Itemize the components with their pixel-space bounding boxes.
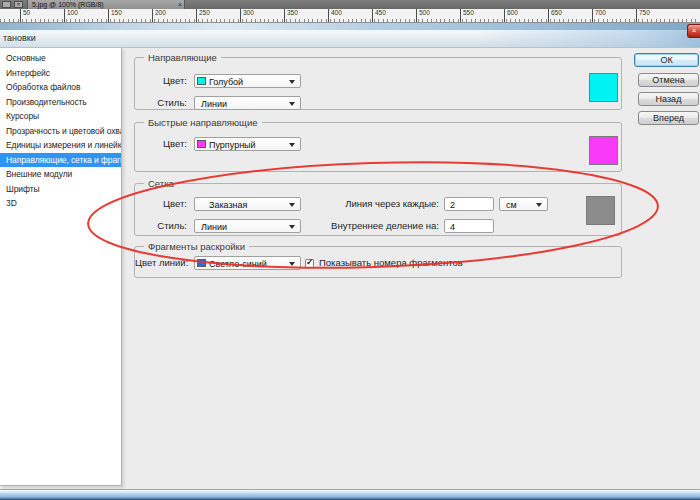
chevron-down-icon <box>289 143 295 147</box>
chevron-down-icon <box>289 80 295 84</box>
window-close-icon[interactable]: × <box>14 1 23 8</box>
smart-guides-color-well[interactable] <box>589 136 618 165</box>
ruler-label: 50 <box>20 9 30 22</box>
smart-guide-color-swatch-icon <box>197 140 206 148</box>
preferences-sidebar: ОсновныеИнтерфейсОбработка файловПроизво… <box>0 48 122 486</box>
sidebar-item[interactable]: Интерфейс <box>0 66 121 81</box>
ruler-label: 750 <box>636 9 650 22</box>
smart-guides-color-value: Пурпурный <box>209 139 256 151</box>
ruler-label: 150 <box>108 9 122 22</box>
guides-groupbox: Направляющие Цвет: Голубой Стиль: Линии <box>134 57 622 110</box>
forward-button[interactable]: Вперед <box>638 111 699 125</box>
ruler-label: 400 <box>328 9 342 22</box>
sidebar-item[interactable]: Производительность <box>0 95 121 110</box>
ruler-label: 700 <box>592 9 606 22</box>
ruler-label: 450 <box>372 9 386 22</box>
ok-button[interactable]: ОК <box>634 53 699 67</box>
grid-color-label: Цвет: <box>135 197 187 211</box>
guides-color-value: Голубой <box>209 76 243 88</box>
grid-style-value: Линии <box>201 221 227 233</box>
guides-style-dropdown[interactable]: Линии <box>194 96 301 110</box>
grid-style-label: Стиль: <box>135 219 187 233</box>
document-tab-title: 5.jpg @ 100% (RGB/8) <box>32 1 104 8</box>
document-tab[interactable]: 5.jpg @ 100% (RGB/8) × <box>27 0 185 9</box>
tab-close-icon[interactable]: × <box>178 0 182 9</box>
sidebar-item[interactable]: Курсоры <box>0 109 121 124</box>
horizontal-ruler: 5010015020025030035040045050055060065070… <box>0 9 700 23</box>
grid-color-value: Заказная <box>209 199 247 211</box>
close-button[interactable]: × <box>687 24 700 38</box>
sidebar-item[interactable]: 3D <box>0 196 121 211</box>
grid-unit-dropdown[interactable]: см <box>499 197 548 211</box>
ruler-label: 100 <box>64 9 78 22</box>
ruler-label: 250 <box>196 9 210 22</box>
grid-groupbox: Сетка Цвет: Заказная Линия через каждые:… <box>134 183 622 236</box>
grid-legend: Сетка <box>144 178 178 189</box>
screenshot-root: × 5.jpg @ 100% (RGB/8) × 501001502002503… <box>0 0 700 500</box>
guides-color-well[interactable] <box>589 73 618 102</box>
show-slice-numbers-label: Показывать номера фрагментов <box>319 257 463 268</box>
back-button[interactable]: Назад <box>638 92 699 106</box>
gridline-every-input[interactable]: 2 <box>444 197 494 211</box>
ruler-label: 350 <box>284 9 298 22</box>
chevron-down-icon <box>289 203 295 207</box>
dialog-title: тановки <box>3 30 36 47</box>
sidebar-item[interactable]: Направляющие, сетка и фрагменты <box>0 153 121 168</box>
guide-color-swatch-icon <box>197 77 206 85</box>
window-control-icon[interactable] <box>2 1 11 8</box>
guides-legend: Направляющие <box>144 52 221 63</box>
chevron-down-icon <box>289 225 295 229</box>
taskbar <box>0 490 700 500</box>
document-tab-bar: × 5.jpg @ 100% (RGB/8) × <box>0 0 700 9</box>
grid-unit-value: см <box>506 199 517 211</box>
ruler-label: 300 <box>240 9 254 22</box>
slices-legend: Фрагменты раскройки <box>144 241 249 252</box>
chevron-down-icon <box>289 102 295 106</box>
sidebar-item[interactable]: Единицы измерения и линейки <box>0 138 121 153</box>
slice-lines-color-value: Светло-синий <box>209 258 267 270</box>
smart-guides-legend: Быстрые направляющие <box>144 117 262 128</box>
slice-color-swatch-icon <box>197 259 206 267</box>
gridline-every-label: Линия через каждые: <box>311 197 439 211</box>
slice-lines-color-dropdown[interactable]: Светло-синий <box>194 256 301 270</box>
cancel-button[interactable]: Отмена <box>638 73 699 87</box>
ruler-label: 600 <box>504 9 518 22</box>
sidebar-item[interactable]: Внешние модули <box>0 167 121 182</box>
app-background <box>0 23 700 30</box>
ruler-label: 200 <box>152 9 166 22</box>
ruler-label: 650 <box>548 9 562 22</box>
guides-color-label: Цвет: <box>135 74 187 88</box>
smart-guides-color-label: Цвет: <box>135 137 187 151</box>
guides-color-dropdown[interactable]: Голубой <box>194 74 301 88</box>
grid-subdivision-input[interactable]: 4 <box>444 219 494 233</box>
ruler-label: 550 <box>460 9 474 22</box>
slice-lines-color-label: Цвет линий: <box>135 256 188 270</box>
slices-groupbox: Фрагменты раскройки Цвет линий: Светло-с… <box>134 246 622 278</box>
sidebar-item[interactable]: Прозрачность и цветовой охват <box>0 124 121 139</box>
sidebar-item[interactable]: Обработка файлов <box>0 80 121 95</box>
ruler-label: 500 <box>416 9 430 22</box>
chevron-down-icon <box>289 262 295 266</box>
grid-color-dropdown[interactable]: Заказная <box>194 197 301 211</box>
grid-style-dropdown[interactable]: Линии <box>194 219 301 233</box>
guides-style-value: Линии <box>201 98 227 110</box>
grid-subdivision-label: Внутреннее деление на: <box>311 219 439 233</box>
guides-style-label: Стиль: <box>135 96 187 110</box>
dialog-titlebar: тановки <box>0 30 700 48</box>
smart-guides-color-dropdown[interactable]: Пурпурный <box>194 137 301 151</box>
sidebar-item[interactable]: Основные <box>0 51 121 66</box>
grid-color-well[interactable] <box>586 196 615 225</box>
chevron-down-icon <box>536 203 542 207</box>
sidebar-item[interactable]: Шрифты <box>0 182 121 197</box>
smart-guides-groupbox: Быстрые направляющие Цвет: Пурпурный <box>134 122 622 172</box>
show-slice-numbers-checkbox[interactable] <box>305 259 314 268</box>
